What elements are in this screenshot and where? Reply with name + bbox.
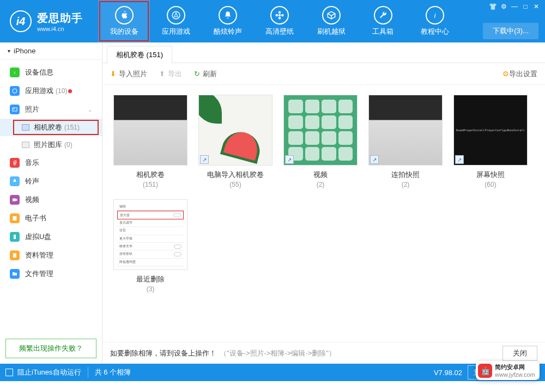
watermark: 🤖 简约安卓网 www.jyfzw.com [476, 361, 540, 380]
sidebar-item-apps[interactable]: 应用游戏 (10) [0, 82, 102, 100]
nav-apps[interactable]: 应用游戏 [150, 0, 202, 42]
sidebar-sub-label: 照片图库 [34, 140, 62, 150]
shortcut-badge-icon: ↗ [200, 155, 209, 164]
refresh-button[interactable]: ↻刷新 [194, 69, 217, 79]
svg-text:i: i [14, 70, 15, 75]
folder-icon [22, 142, 29, 148]
sidebar-item-ebooks[interactable]: 电子书 [0, 209, 102, 228]
nav-label: 高清壁纸 [265, 27, 294, 36]
maximize-icon[interactable]: □ [520, 2, 531, 11]
nav-label: 工具箱 [372, 27, 393, 36]
album-count: (3) [108, 285, 193, 293]
count-badge: (151) [64, 124, 80, 131]
album-name: 连拍快照 [363, 170, 448, 180]
album-item[interactable]: 辅助放大器显示调节语音更大字体粗体文本按钮形状降低透明度 最近删除 (3) [108, 199, 193, 293]
sidebar-item-files[interactable]: 文件管理 [0, 265, 102, 283]
album-thumbnail: ↗ [198, 95, 272, 166]
count-badge: (10) [56, 87, 67, 95]
device-dropdown[interactable]: ▾ iPhone [0, 42, 102, 60]
sidebar: ▾ iPhone i 设备信息 应用游戏 (10) 照片 ⌄ 相机胶卷 [0, 42, 102, 364]
album-item[interactable]: 相机胶卷 (151) [108, 95, 193, 188]
photo-icon [10, 105, 20, 114]
device-name: iPhone [14, 47, 35, 55]
import-button[interactable]: ⬇导入照片 [110, 69, 147, 79]
sidebar-item-label: 照片 [25, 105, 39, 114]
itunes-checkbox[interactable] [5, 369, 13, 376]
sidebar-sub-photo-library[interactable]: 照片图库 (0) [0, 136, 102, 154]
album-count: (2) [278, 181, 363, 188]
settings-icon[interactable]: ⚙ [498, 2, 509, 11]
import-icon: ⬇ [110, 70, 116, 78]
sidebar-item-usb[interactable]: 虚拟U盘 [0, 228, 102, 246]
export-settings-button[interactable]: ⚙导出设置 [502, 69, 537, 79]
tab-camera-roll[interactable]: 相机胶卷 (151) [107, 46, 172, 63]
album-name: 视频 [278, 170, 363, 180]
brand-name: 爱思助手 [37, 11, 83, 26]
nav-ringtones[interactable]: 酷炫铃声 [202, 0, 253, 42]
refresh-icon: ↻ [194, 70, 200, 78]
album-item[interactable]: ↗ 连拍快照 (2) [363, 95, 448, 188]
sidebar-item-video[interactable]: 视频 [0, 191, 102, 209]
info-icon: i [10, 68, 20, 77]
sidebar-item-device-info[interactable]: i 设备信息 [0, 63, 102, 82]
bell-icon [219, 6, 237, 24]
shortcut-badge-icon: ↗ [370, 155, 379, 164]
wrench-icon [374, 6, 392, 24]
itunes-label: 阻止iTunes自动运行 [17, 367, 81, 377]
nav-label: 酷炫铃声 [214, 27, 242, 36]
svg-point-10 [14, 108, 15, 109]
album-count: (55) [193, 181, 278, 188]
export-button[interactable]: ⬆导出 [159, 69, 182, 79]
album-thumbnail [113, 95, 187, 166]
sidebar-item-data[interactable]: 资料管理 [0, 246, 102, 265]
sidebar-item-label: 资料管理 [25, 250, 53, 260]
svg-point-2 [278, 11, 281, 14]
android-icon: 🤖 [478, 364, 492, 378]
nav-wallpapers[interactable]: 高清壁纸 [253, 0, 305, 42]
shortcut-badge-icon: ↗ [455, 155, 464, 164]
brand-url: www.i4.cn [37, 26, 83, 32]
album-thumbnail: 辅助放大器显示调节语音更大字体粗体文本按钮形状降低透明度 [113, 199, 187, 270]
sidebar-item-music[interactable]: 音乐 [0, 154, 102, 172]
album-name: 相机胶卷 [108, 170, 193, 180]
album-item[interactable]: ↗ 电脑导入相机胶卷 (55) [193, 95, 278, 188]
close-button[interactable]: 关闭 [502, 346, 537, 361]
apple-icon [115, 6, 134, 24]
video-icon [10, 195, 20, 205]
button-label: 导出设置 [509, 69, 537, 79]
skin-icon[interactable]: 👕 [487, 2, 498, 11]
close-icon[interactable]: ✕ [531, 2, 542, 11]
sidebar-item-photos[interactable]: 照片 ⌄ [0, 100, 102, 119]
watermark-url: www.jyfzw.com [495, 371, 535, 378]
album-name: 电脑导入相机胶卷 [193, 170, 278, 180]
help-link[interactable]: 频繁出现操作失败？ [5, 339, 96, 358]
sidebar-item-ringtones[interactable]: 铃声 [0, 172, 102, 191]
minimize-icon[interactable]: — [509, 2, 520, 11]
nav-toolbox[interactable]: 工具箱 [357, 0, 409, 42]
sidebar-sub-camera-roll[interactable]: 相机胶卷 (151) [0, 119, 102, 136]
svg-point-5 [281, 14, 284, 17]
nav-jailbreak[interactable]: 刷机越狱 [305, 0, 357, 42]
album-item[interactable]: Reading database... 1780 filesPreparing … [448, 95, 533, 188]
gear-icon: ⚙ [502, 70, 509, 78]
download-progress-button[interactable]: 下载中(3)... [483, 23, 538, 39]
notification-dot [68, 89, 72, 93]
svg-point-3 [278, 17, 281, 20]
nav-tutorials[interactable]: i 教程中心 [409, 0, 461, 42]
logo-badge: i4 [10, 10, 32, 32]
main-panel: 相机胶卷 (151) ⬇导入照片 ⬆导出 ↻刷新 ⚙导出设置 相机胶卷 (151… [102, 42, 545, 364]
album-name: 最近删除 [108, 274, 193, 284]
album-grid: 相机胶卷 (151) ↗ 电脑导入相机胶卷 (55) ↗ 视频 (2) ↗ 连拍… [102, 85, 545, 342]
album-item[interactable]: ↗ 视频 (2) [278, 95, 363, 188]
chevron-down-icon: ▾ [8, 48, 10, 54]
title-bar: i4 爱思助手 www.i4.cn 我的设备 应用游戏 酷炫铃声 高清壁纸 刷机… [0, 0, 545, 42]
apps-icon [10, 86, 20, 96]
folder-icon [10, 269, 20, 279]
flower-icon [270, 6, 289, 24]
svg-rect-11 [13, 199, 16, 201]
version-label: V7.98.02 [434, 369, 462, 377]
info-icon: i [426, 6, 444, 24]
nav-my-device[interactable]: 我的设备 [98, 0, 150, 42]
sidebar-item-label: 设备信息 [25, 68, 53, 77]
hint-text: 如要删除相簿，请到设备上操作！ [110, 348, 216, 358]
